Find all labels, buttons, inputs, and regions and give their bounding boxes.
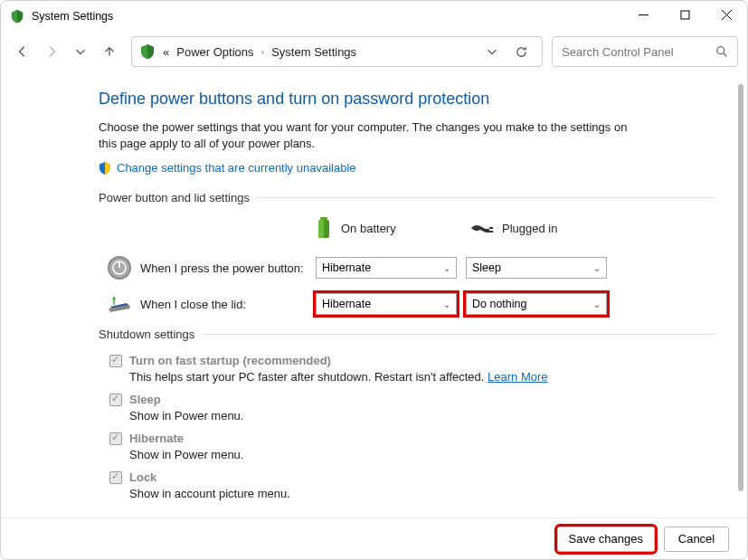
shield-icon xyxy=(99,162,111,175)
change-settings-row: Change settings that are currently unava… xyxy=(99,161,715,175)
search-icon xyxy=(715,45,728,58)
lock-checkbox xyxy=(109,471,122,484)
titlebar: System Settings xyxy=(1,1,747,32)
learn-more-link[interactable]: Learn More xyxy=(488,370,547,384)
hibernate-title: Hibernate xyxy=(129,432,184,445)
search-input[interactable] xyxy=(562,45,715,59)
col-plugged-label: Plugged in xyxy=(502,222,557,235)
plug-icon xyxy=(469,222,493,234)
close-lid-label: When I close the lid: xyxy=(140,298,316,311)
cancel-button[interactable]: Cancel xyxy=(664,527,729,552)
shutdown-section-label: Shutdown settings xyxy=(99,327,715,341)
scrollbar[interactable] xyxy=(738,84,743,491)
svg-line-5 xyxy=(724,53,727,57)
window-title: System Settings xyxy=(32,10,113,23)
change-settings-link[interactable]: Change settings that are currently unava… xyxy=(117,161,356,175)
search-box[interactable] xyxy=(552,36,738,67)
hibernate-desc: Show in Power menu. xyxy=(129,448,715,461)
chevron-down-icon: ⌄ xyxy=(593,263,601,273)
svg-rect-6 xyxy=(320,217,327,220)
window-controls xyxy=(622,1,747,28)
page-heading: Define power buttons and turn on passwor… xyxy=(99,90,715,109)
fast-startup-title: Turn on fast startup (recommended) xyxy=(129,354,331,367)
control-panel-icon xyxy=(139,43,156,60)
breadcrumb-sep: › xyxy=(261,46,265,57)
laptop-lid-icon xyxy=(107,294,132,314)
dropdown-value: Sleep xyxy=(472,261,501,274)
address-dropdown-button[interactable] xyxy=(484,39,500,64)
lock-desc: Show in account picture menu. xyxy=(129,487,715,500)
lock-item: Lock Show in account picture menu. xyxy=(109,470,715,500)
breadcrumb-prefix: « xyxy=(163,45,169,59)
dropdown-value: Do nothing xyxy=(472,298,526,310)
chevron-down-icon: ⌄ xyxy=(443,299,450,309)
breadcrumb-parent[interactable]: Power Options xyxy=(176,45,253,59)
close-button[interactable] xyxy=(705,1,747,28)
address-bar[interactable]: « Power Options › System Settings xyxy=(131,36,543,67)
sleep-desc: Show in Power menu. xyxy=(129,409,715,422)
svg-point-4 xyxy=(717,47,724,54)
power-button-plugged-dropdown[interactable]: Sleep ⌄ xyxy=(466,257,607,279)
save-button[interactable]: Save changes xyxy=(557,527,655,552)
power-button-row: When I press the power button: Hibernate… xyxy=(99,255,715,280)
chevron-down-icon: ⌄ xyxy=(593,299,601,309)
svg-rect-8 xyxy=(318,220,324,238)
battery-icon xyxy=(316,217,332,239)
page-description: Choose the power settings that you want … xyxy=(99,119,632,152)
col-battery: On battery xyxy=(316,217,460,239)
fast-startup-checkbox xyxy=(109,355,122,367)
power-section-title: Power button and lid settings xyxy=(99,191,250,204)
chevron-down-icon: ⌄ xyxy=(443,263,450,273)
power-button-battery-dropdown[interactable]: Hibernate ⌄ xyxy=(316,257,457,279)
close-lid-row: When I close the lid: Hibernate ⌄ Do not… xyxy=(99,293,715,315)
refresh-button[interactable] xyxy=(507,38,535,65)
power-button-icon xyxy=(107,255,132,280)
up-button[interactable] xyxy=(97,39,122,64)
power-section-label: Power button and lid settings xyxy=(99,191,715,204)
dropdown-value: Hibernate xyxy=(322,298,371,310)
sleep-item: Sleep Show in Power menu. xyxy=(109,393,715,422)
close-lid-plugged-dropdown[interactable]: Do nothing ⌄ xyxy=(466,293,607,315)
content-area: Define power buttons and turn on passwor… xyxy=(1,71,747,517)
svg-rect-1 xyxy=(681,11,689,19)
col-plugged: Plugged in xyxy=(469,217,614,239)
fast-startup-item: Turn on fast startup (recommended) This … xyxy=(109,354,715,384)
sleep-checkbox xyxy=(109,394,122,406)
sleep-title: Sleep xyxy=(129,393,161,406)
power-table: On battery Plugged in When I press the p… xyxy=(99,217,715,315)
hibernate-item: Hibernate Show in Power menu. xyxy=(109,432,715,461)
close-lid-battery-dropdown[interactable]: Hibernate ⌄ xyxy=(316,293,457,315)
footer: Save changes Cancel xyxy=(1,517,747,559)
app-icon xyxy=(10,9,24,24)
nav-row: « Power Options › System Settings xyxy=(1,32,747,71)
power-button-label: When I press the power button: xyxy=(140,261,316,275)
back-button[interactable] xyxy=(10,39,35,64)
maximize-button[interactable] xyxy=(664,1,705,28)
minimize-button[interactable] xyxy=(622,1,664,28)
hibernate-checkbox xyxy=(109,432,122,445)
forward-button[interactable] xyxy=(39,39,64,64)
dropdown-value: Hibernate xyxy=(322,261,371,274)
fast-startup-desc: This helps start your PC faster after sh… xyxy=(129,370,715,384)
lock-title: Lock xyxy=(129,470,156,484)
shutdown-section-title: Shutdown settings xyxy=(99,327,194,341)
breadcrumb-current[interactable]: System Settings xyxy=(271,45,356,59)
shutdown-list: Turn on fast startup (recommended) This … xyxy=(109,354,715,500)
recent-dropdown-button[interactable] xyxy=(68,39,93,64)
col-battery-label: On battery xyxy=(341,222,396,235)
